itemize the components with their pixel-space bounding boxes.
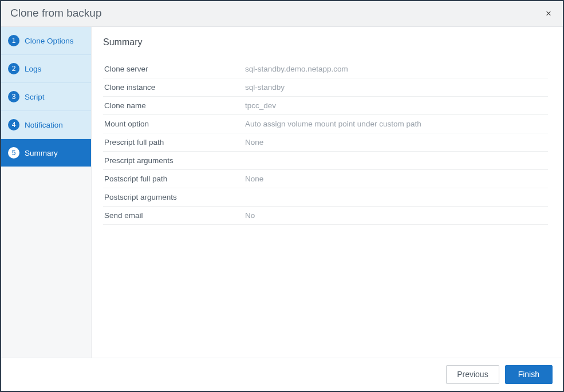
previous-button[interactable]: Previous — [446, 365, 499, 384]
summary-row-clone-instance: Clone instance sql-standby — [103, 78, 548, 97]
step-clone-options[interactable]: 1 Clone Options — [1, 27, 91, 55]
step-label: Clone Options — [25, 37, 74, 45]
summary-label: Clone instance — [104, 83, 245, 92]
summary-value — [245, 193, 547, 201]
modal-header: Clone from backup × — [1, 1, 563, 27]
summary-row-prescript-path: Prescript full path None — [103, 133, 548, 152]
content-title: Summary — [103, 37, 548, 47]
step-summary[interactable]: 5 Summary — [1, 139, 91, 167]
summary-label: Prescript arguments — [104, 156, 245, 165]
summary-row-clone-server: Clone server sql-standby.demo.netapp.com — [103, 60, 548, 78]
wizard-content: Summary Clone server sql-standby.demo.ne… — [92, 27, 563, 358]
modal-body: 1 Clone Options 2 Logs 3 Script 4 Notifi… — [1, 27, 563, 358]
summary-label: Postscript full path — [104, 175, 245, 183]
summary-row-prescript-args: Prescript arguments — [103, 152, 548, 170]
summary-label: Mount option — [104, 120, 245, 128]
step-number-badge: 1 — [8, 35, 19, 46]
summary-value — [245, 156, 547, 165]
step-notification[interactable]: 4 Notification — [1, 111, 91, 139]
modal-footer: Previous Finish — [1, 358, 563, 391]
summary-row-clone-name: Clone name tpcc_dev — [103, 97, 548, 115]
step-label: Logs — [25, 65, 41, 73]
step-label: Notification — [25, 121, 63, 129]
summary-value: None — [245, 175, 547, 183]
step-number-badge: 2 — [8, 63, 19, 74]
summary-row-postscript-path: Postscript full path None — [103, 170, 548, 188]
step-script[interactable]: 3 Script — [1, 83, 91, 111]
step-number-badge: 4 — [8, 119, 19, 130]
summary-row-send-email: Send email No — [103, 207, 548, 225]
summary-value: sql-standby — [245, 83, 547, 92]
clone-wizard-modal: Clone from backup × 1 Clone Options 2 Lo… — [0, 0, 564, 392]
close-icon[interactable]: × — [543, 7, 554, 19]
summary-value: Auto assign volume mount point under cus… — [245, 120, 547, 128]
summary-value: tpcc_dev — [245, 101, 547, 110]
step-label: Summary — [25, 149, 58, 157]
step-logs[interactable]: 2 Logs — [1, 55, 91, 83]
summary-value: None — [245, 138, 547, 146]
wizard-sidebar: 1 Clone Options 2 Logs 3 Script 4 Notifi… — [1, 27, 92, 358]
step-number-badge: 5 — [8, 147, 19, 159]
summary-label: Clone server — [104, 65, 245, 73]
summary-label: Postscript arguments — [104, 193, 245, 201]
summary-row-postscript-args: Postscript arguments — [103, 188, 548, 207]
summary-label: Send email — [104, 211, 245, 220]
summary-value: No — [245, 211, 547, 220]
summary-value: sql-standby.demo.netapp.com — [245, 65, 547, 73]
step-number-badge: 3 — [8, 91, 19, 102]
summary-label: Clone name — [104, 101, 245, 110]
finish-button[interactable]: Finish — [505, 365, 553, 384]
summary-label: Prescript full path — [104, 138, 245, 146]
summary-row-mount-option: Mount option Auto assign volume mount po… — [103, 115, 548, 133]
step-label: Script — [25, 93, 45, 101]
modal-title: Clone from backup — [10, 7, 101, 19]
